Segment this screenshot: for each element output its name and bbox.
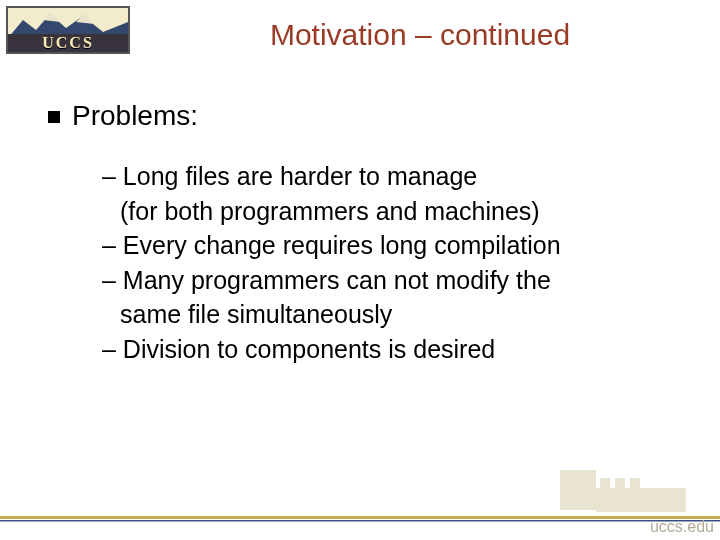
svg-rect-9 — [630, 478, 640, 490]
logo-text: UCCS — [8, 34, 128, 52]
svg-rect-6 — [596, 488, 686, 512]
list-item-continuation: (for both programmers and machines) — [102, 195, 678, 228]
list-item: – Division to components is desired — [102, 333, 678, 366]
svg-rect-11 — [0, 520, 720, 522]
uccs-logo: UCCS — [6, 6, 130, 54]
slide-title: Motivation – continued — [140, 18, 700, 52]
sub-list: – Long files are harder to manage (for b… — [102, 160, 678, 365]
logo-mountain-icon — [8, 8, 128, 34]
slide: UCCS Motivation – continued Problems: – … — [0, 0, 720, 540]
list-item: – Long files are harder to manage — [102, 160, 678, 193]
svg-rect-4 — [560, 470, 596, 510]
list-item: – Every change requires long compilation — [102, 229, 678, 262]
list-item: – Many programmers can not modify the — [102, 264, 678, 297]
square-bullet-icon — [48, 111, 60, 123]
footer-url: uccs.edu — [650, 518, 714, 536]
svg-rect-7 — [600, 478, 610, 490]
heading-bullet: Problems: — [48, 100, 678, 132]
heading-text: Problems: — [72, 100, 198, 132]
list-item-continuation: same file simultaneously — [102, 298, 678, 331]
svg-rect-10 — [0, 516, 720, 519]
footer: uccs.edu — [0, 470, 720, 540]
svg-rect-8 — [615, 478, 625, 490]
slide-body: Problems: – Long files are harder to man… — [48, 100, 678, 367]
